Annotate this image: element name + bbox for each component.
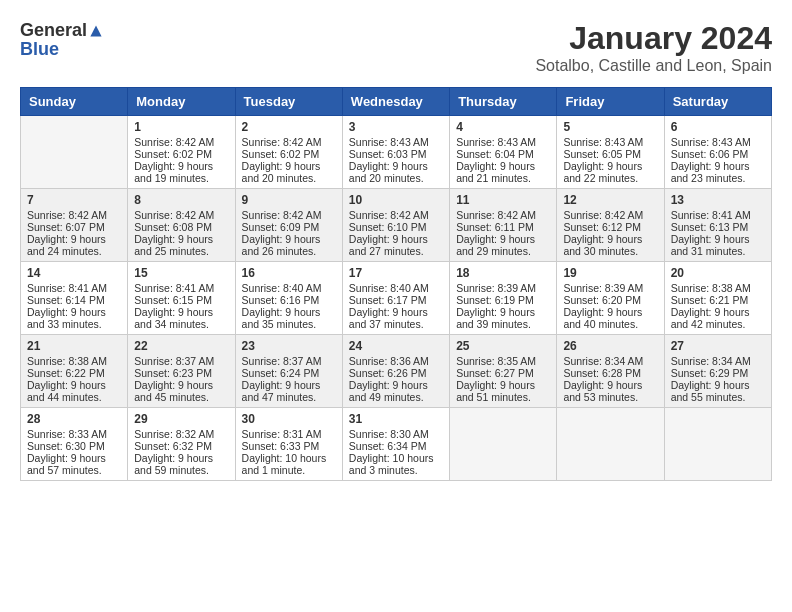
- daylight-text: Daylight: 9 hours and 20 minutes.: [349, 160, 428, 184]
- calendar-cell: 11Sunrise: 8:42 AMSunset: 6:11 PMDayligh…: [450, 189, 557, 262]
- sunrise-text: Sunrise: 8:36 AM: [349, 355, 429, 367]
- sunrise-text: Sunrise: 8:34 AM: [671, 355, 751, 367]
- daylight-text: Daylight: 9 hours and 29 minutes.: [456, 233, 535, 257]
- daylight-text: Daylight: 9 hours and 26 minutes.: [242, 233, 321, 257]
- sunset-text: Sunset: 6:15 PM: [134, 294, 212, 306]
- calendar-week-row: 7Sunrise: 8:42 AMSunset: 6:07 PMDaylight…: [21, 189, 772, 262]
- calendar-cell: 6Sunrise: 8:43 AMSunset: 6:06 PMDaylight…: [664, 116, 771, 189]
- day-number: 9: [242, 193, 336, 207]
- calendar-cell: 27Sunrise: 8:34 AMSunset: 6:29 PMDayligh…: [664, 335, 771, 408]
- sunset-text: Sunset: 6:16 PM: [242, 294, 320, 306]
- calendar-cell: 18Sunrise: 8:39 AMSunset: 6:19 PMDayligh…: [450, 262, 557, 335]
- header-sunday: Sunday: [21, 88, 128, 116]
- calendar-cell: 28Sunrise: 8:33 AMSunset: 6:30 PMDayligh…: [21, 408, 128, 481]
- calendar-cell: 3Sunrise: 8:43 AMSunset: 6:03 PMDaylight…: [342, 116, 449, 189]
- sunrise-text: Sunrise: 8:37 AM: [134, 355, 214, 367]
- daylight-text: Daylight: 9 hours and 39 minutes.: [456, 306, 535, 330]
- sunset-text: Sunset: 6:07 PM: [27, 221, 105, 233]
- sunrise-text: Sunrise: 8:38 AM: [27, 355, 107, 367]
- calendar-title: January 2024: [535, 20, 772, 57]
- sunset-text: Sunset: 6:23 PM: [134, 367, 212, 379]
- calendar-week-row: 1Sunrise: 8:42 AMSunset: 6:02 PMDaylight…: [21, 116, 772, 189]
- day-number: 21: [27, 339, 121, 353]
- calendar-cell: 9Sunrise: 8:42 AMSunset: 6:09 PMDaylight…: [235, 189, 342, 262]
- calendar-cell: [450, 408, 557, 481]
- day-number: 27: [671, 339, 765, 353]
- sunset-text: Sunset: 6:20 PM: [563, 294, 641, 306]
- logo-icon: [89, 24, 103, 38]
- calendar-cell: 26Sunrise: 8:34 AMSunset: 6:28 PMDayligh…: [557, 335, 664, 408]
- daylight-text: Daylight: 9 hours and 23 minutes.: [671, 160, 750, 184]
- calendar-cell: 1Sunrise: 8:42 AMSunset: 6:02 PMDaylight…: [128, 116, 235, 189]
- sunrise-text: Sunrise: 8:41 AM: [27, 282, 107, 294]
- day-number: 29: [134, 412, 228, 426]
- sunset-text: Sunset: 6:17 PM: [349, 294, 427, 306]
- sunrise-text: Sunrise: 8:43 AM: [671, 136, 751, 148]
- calendar-cell: 13Sunrise: 8:41 AMSunset: 6:13 PMDayligh…: [664, 189, 771, 262]
- sunset-text: Sunset: 6:24 PM: [242, 367, 320, 379]
- day-number: 22: [134, 339, 228, 353]
- sunrise-text: Sunrise: 8:42 AM: [242, 136, 322, 148]
- header-saturday: Saturday: [664, 88, 771, 116]
- sunset-text: Sunset: 6:02 PM: [242, 148, 320, 160]
- logo: General Blue: [20, 20, 103, 60]
- sunset-text: Sunset: 6:08 PM: [134, 221, 212, 233]
- daylight-text: Daylight: 9 hours and 34 minutes.: [134, 306, 213, 330]
- day-number: 2: [242, 120, 336, 134]
- calendar-week-row: 14Sunrise: 8:41 AMSunset: 6:14 PMDayligh…: [21, 262, 772, 335]
- day-number: 26: [563, 339, 657, 353]
- sunset-text: Sunset: 6:34 PM: [349, 440, 427, 452]
- sunrise-text: Sunrise: 8:42 AM: [27, 209, 107, 221]
- daylight-text: Daylight: 9 hours and 33 minutes.: [27, 306, 106, 330]
- daylight-text: Daylight: 9 hours and 19 minutes.: [134, 160, 213, 184]
- sunset-text: Sunset: 6:33 PM: [242, 440, 320, 452]
- day-number: 23: [242, 339, 336, 353]
- calendar-cell: 16Sunrise: 8:40 AMSunset: 6:16 PMDayligh…: [235, 262, 342, 335]
- day-number: 11: [456, 193, 550, 207]
- sunrise-text: Sunrise: 8:42 AM: [134, 209, 214, 221]
- calendar-week-row: 21Sunrise: 8:38 AMSunset: 6:22 PMDayligh…: [21, 335, 772, 408]
- sunset-text: Sunset: 6:13 PM: [671, 221, 749, 233]
- calendar-cell: 17Sunrise: 8:40 AMSunset: 6:17 PMDayligh…: [342, 262, 449, 335]
- sunset-text: Sunset: 6:28 PM: [563, 367, 641, 379]
- day-number: 31: [349, 412, 443, 426]
- day-number: 13: [671, 193, 765, 207]
- daylight-text: Daylight: 9 hours and 57 minutes.: [27, 452, 106, 476]
- sunset-text: Sunset: 6:10 PM: [349, 221, 427, 233]
- calendar-cell: [557, 408, 664, 481]
- daylight-text: Daylight: 9 hours and 22 minutes.: [563, 160, 642, 184]
- day-number: 15: [134, 266, 228, 280]
- day-number: 7: [27, 193, 121, 207]
- sunrise-text: Sunrise: 8:39 AM: [456, 282, 536, 294]
- daylight-text: Daylight: 9 hours and 55 minutes.: [671, 379, 750, 403]
- calendar-cell: 30Sunrise: 8:31 AMSunset: 6:33 PMDayligh…: [235, 408, 342, 481]
- day-number: 8: [134, 193, 228, 207]
- daylight-text: Daylight: 9 hours and 21 minutes.: [456, 160, 535, 184]
- day-number: 25: [456, 339, 550, 353]
- calendar-cell: 8Sunrise: 8:42 AMSunset: 6:08 PMDaylight…: [128, 189, 235, 262]
- calendar-cell: 10Sunrise: 8:42 AMSunset: 6:10 PMDayligh…: [342, 189, 449, 262]
- sunset-text: Sunset: 6:09 PM: [242, 221, 320, 233]
- calendar-subtitle: Sotalbo, Castille and Leon, Spain: [535, 57, 772, 75]
- sunrise-text: Sunrise: 8:41 AM: [671, 209, 751, 221]
- sunset-text: Sunset: 6:22 PM: [27, 367, 105, 379]
- sunrise-text: Sunrise: 8:42 AM: [242, 209, 322, 221]
- sunset-text: Sunset: 6:32 PM: [134, 440, 212, 452]
- day-number: 10: [349, 193, 443, 207]
- daylight-text: Daylight: 9 hours and 40 minutes.: [563, 306, 642, 330]
- daylight-text: Daylight: 9 hours and 45 minutes.: [134, 379, 213, 403]
- header-tuesday: Tuesday: [235, 88, 342, 116]
- daylight-text: Daylight: 10 hours and 1 minute.: [242, 452, 327, 476]
- sunset-text: Sunset: 6:04 PM: [456, 148, 534, 160]
- calendar-cell: 14Sunrise: 8:41 AMSunset: 6:14 PMDayligh…: [21, 262, 128, 335]
- day-number: 17: [349, 266, 443, 280]
- sunrise-text: Sunrise: 8:30 AM: [349, 428, 429, 440]
- sunset-text: Sunset: 6:11 PM: [456, 221, 534, 233]
- day-number: 18: [456, 266, 550, 280]
- day-number: 30: [242, 412, 336, 426]
- header-thursday: Thursday: [450, 88, 557, 116]
- day-number: 5: [563, 120, 657, 134]
- sunset-text: Sunset: 6:26 PM: [349, 367, 427, 379]
- calendar-cell: [21, 116, 128, 189]
- sunset-text: Sunset: 6:12 PM: [563, 221, 641, 233]
